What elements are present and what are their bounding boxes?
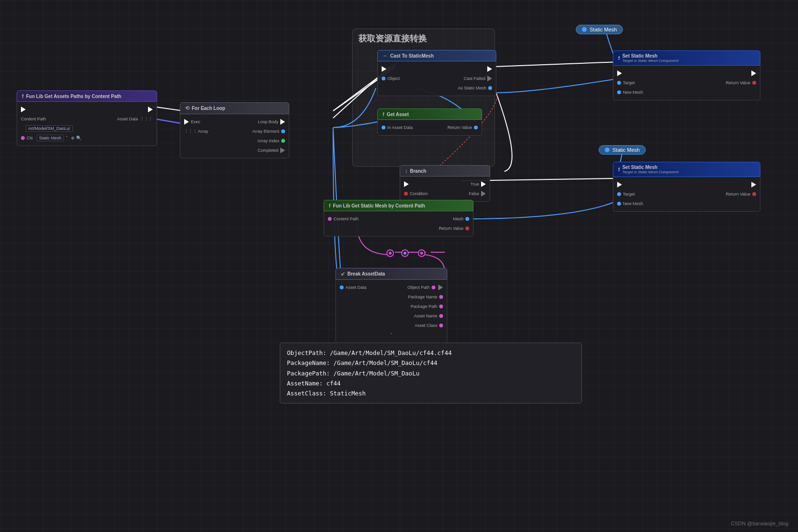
ssm2-target-row: Target Return Value [613,189,760,199]
bad-assetclass-pin [439,324,443,327]
ssm1-body: Target Return Value New Mesh [613,66,760,100]
bad-pkgpath-pin [439,305,443,308]
branch-title: Branch [410,168,426,174]
ssm1-exec-row [613,69,760,78]
ssm1-exec-out [751,70,756,76]
bad-assetname-pin [439,314,443,318]
fun-lib-sm-header: f Fun Lib Get Static Mesh by Content Pat… [324,200,473,211]
bad-objpath-exec [438,285,443,290]
info-line-5: AssetClass: StaticMesh [287,388,575,398]
flsm-content-pin [328,217,332,221]
group-title: 获取资源直接转换 [353,29,494,48]
static-mesh-pill-top: Static Mesh [576,25,623,34]
branch-cond-pin [404,192,408,196]
cast-exec-row [378,64,496,74]
info-box: ObjectPath: /Game/Art/Model/SM_DaoLu/cf4… [280,343,582,404]
flsm-return-pin [465,227,469,230]
cast-header: ↔ Cast To StaticMesh [377,50,496,61]
cast-as-row: As Static Mesh [378,83,496,93]
bad-assetclass-row: Asset Class [336,321,447,330]
ssm1-header: f Set Static Mesh Target is Static Mesh … [613,50,760,66]
fe-completed-pin [280,148,285,153]
fe-row-index: Array Index [180,136,289,146]
exec-out-pin [148,107,153,112]
reroute-2 [401,249,409,257]
reroute-1 [386,249,394,257]
fun-lib-get-assets-node: f Fun Lib Get Assets Paths by Content Pa… [17,90,157,146]
branch-body: True Condition False [400,177,490,202]
flsm-mesh-pin [465,217,469,221]
for-each-body: Exec Loop Body ⋮⋮⋮ Array Array Element A… [180,114,289,158]
for-each-loop-node: ⟲ For Each Loop Exec Loop Body ⋮⋮⋮ Array… [180,102,289,158]
break-asset-data-node: ↙ Break AssetData Asset Data Object Path… [335,268,447,343]
ssm1-exec-in [617,70,622,76]
bad-pkgname-pin [439,295,443,299]
row-content-path-value: Art/Model/SM_DaoLu/ [17,124,157,133]
info-line-1: ObjectPath: /Game/Art/Model/SM_DaoLu/cf4… [287,348,575,358]
ssm1-newmesh-row: New Mesh [613,88,760,97]
bad-asset-row: Asset Data Object Path [336,283,447,292]
info-line-4: AssetName: cf44 [287,378,575,388]
static-mesh-label-top: Static Mesh [590,27,617,32]
ssm2-newmesh-pin [617,202,621,206]
ssm2-title: Set Static Mesh [622,165,679,170]
fun-lib-sm-body: Content Path Mesh Return Value [324,211,473,236]
content-path-value[interactable]: Art/Model/SM_DaoLu/ [26,125,73,132]
node-header-fun-lib: f Fun Lib Get Assets Paths by Content Pa… [17,90,157,102]
bad-body: Asset Data Object Path Package Name Pack… [335,280,447,343]
cls-value[interactable]: Static Mesh [37,135,64,141]
ssm2-exec-out [751,182,756,187]
bad-pkgname-row: Package Name [336,292,447,302]
watermark: CSDN @tianxiaojie_blog [731,521,788,526]
get-asset-in-pin [382,126,385,129]
reroute-3 [418,249,425,257]
flsm-return-row: Return Value [324,224,473,233]
bad-expand-row[interactable]: ˄ [336,330,447,340]
branch-exec-row: True [400,179,490,189]
fe-row-exec: Exec Loop Body [180,117,289,127]
fun-lib-title: Fun Lib Get Assets Paths by Content Path [26,94,121,99]
ssm2-target-pin [617,192,621,196]
cast-body: Object Cast Failed As Static Mesh [377,61,496,96]
ssm1-newmesh-pin [617,90,621,94]
for-each-header: ⟲ For Each Loop [180,102,289,114]
ssm2-exec-in [617,182,622,187]
fe-row-completed: Completed [180,146,289,155]
ssm2-body: Target Return Value New Mesh [613,177,760,212]
ssm2-return-pin [752,192,756,196]
branch-header: ↕ Branch [400,165,490,177]
cast-exec-out [487,66,492,72]
bad-pkgpath-row: Package Path [336,302,447,311]
ssm2-header: f Set Static Mesh Target is Static Mesh … [613,162,760,177]
fun-lib-body: Content Path Asset Data ⋮⋮⋮ Art/Model/SM… [17,102,157,146]
fun-lib-get-static-mesh-node: f Fun Lib Get Static Mesh by Content Pat… [324,200,473,236]
set-static-mesh-1-node: f Set Static Mesh Target is Static Mesh … [613,50,760,100]
bad-header: ↙ Break AssetData [335,268,447,280]
ssm1-target-pin [617,81,621,85]
pin-blue-top [582,27,587,32]
ssm2-newmesh-row: New Mesh [613,199,760,208]
cast-exec-in [382,66,386,72]
group-box: 获取资源直接转换 [352,29,495,167]
pin-blue-bottom [605,148,610,152]
flsm-content-row: Content Path Mesh [324,214,473,224]
set-static-mesh-2-node: f Set Static Mesh Target is Static Mesh … [613,162,760,212]
ssm2-subtitle: Target is Static Mesh Component [622,170,679,174]
get-asset-row: In Asset Data Return Value [378,123,482,132]
fe-row-array: ⋮⋮⋮ Array Array Element [180,127,289,136]
branch-true-pin [481,181,486,187]
fe-exec-in [184,119,189,125]
ssm2-exec-row [613,180,760,189]
row-content-path: Content Path Asset Data ⋮⋮⋮ [17,114,157,124]
fe-loop-body [280,119,285,125]
fe-array-element-pin [281,129,285,133]
get-asset-node: f Get Asset In Asset Data Return Value [377,108,482,136]
cast-as-staticmesh-pin [488,86,492,90]
row-cls: Cls Static Mesh ˅ ⊕ 🔍 [17,133,157,143]
bad-title: Break AssetData [347,271,385,276]
bad-objpath-pin [432,286,435,289]
cast-object-pin [382,77,385,80]
fun-lib-sm-title: Fun Lib Get Static Mesh by Content Path [333,203,425,208]
ssm1-return-pin [752,81,756,85]
cast-failed-pin [487,76,492,81]
